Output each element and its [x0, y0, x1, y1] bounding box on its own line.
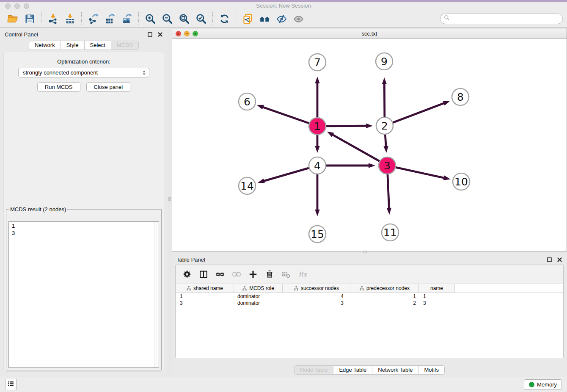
table-cell[interactable]: 3 [176, 300, 234, 306]
table-settings-button[interactable] [181, 268, 193, 281]
clone-network-button[interactable] [239, 11, 256, 26]
home-icon [259, 13, 270, 25]
close-table-panel-icon[interactable] [557, 257, 562, 262]
run-mcds-button[interactable]: Run MCDS [37, 82, 80, 92]
table-rows: 1dominator4113dominator323 [176, 293, 563, 358]
vertical-splitter-handle[interactable] [168, 197, 171, 201]
node-8[interactable]: 8 [452, 88, 469, 105]
home-button[interactable] [256, 11, 273, 26]
table-cell[interactable]: 1 [419, 293, 455, 300]
float-panel-icon[interactable] [147, 32, 153, 37]
tab-network-table[interactable]: Network Table [372, 365, 418, 375]
zoom-in-button[interactable] [142, 11, 159, 26]
edge-2-9[interactable] [382, 77, 387, 117]
refresh-icon [219, 13, 230, 25]
search-icon [443, 14, 450, 23]
search-input[interactable] [450, 16, 559, 22]
zoom-out-icon [162, 13, 173, 25]
zoom-selected-button[interactable] [193, 11, 209, 26]
tab-mcds[interactable]: MCDS [111, 41, 139, 50]
edge-3-11[interactable] [387, 174, 391, 215]
network-canvas[interactable]: 7968124314101511 [172, 39, 567, 251]
column-label: successor nodes [301, 285, 339, 291]
zoom-fit-button[interactable] [176, 11, 193, 26]
node-10[interactable]: 10 [453, 173, 470, 190]
node-3[interactable]: 3 [379, 157, 396, 174]
tab-node-table[interactable]: Node Table [294, 365, 334, 375]
table-cell[interactable]: 4 [283, 293, 350, 300]
delete-column-button[interactable] [263, 268, 276, 281]
table-cell[interactable]: dominator [234, 300, 283, 306]
table-cell[interactable]: 3 [283, 300, 350, 306]
node-1[interactable]: 1 [309, 118, 326, 135]
node-14[interactable]: 14 [239, 177, 256, 194]
close-panel-icon[interactable] [157, 32, 163, 37]
tab-motifs[interactable]: Motifs [418, 365, 445, 375]
network-close-button[interactable] [176, 31, 181, 36]
export-network-button[interactable] [85, 11, 102, 26]
zoom-out-button[interactable] [159, 11, 176, 26]
tab-select[interactable]: Select [85, 41, 111, 50]
tab-style[interactable]: Style [61, 41, 85, 50]
edge-1-2[interactable] [326, 124, 373, 128]
edge-3-10[interactable] [396, 167, 451, 180]
edge-4-14[interactable] [258, 168, 309, 183]
float-table-panel-icon[interactable] [547, 257, 552, 262]
import-table-button[interactable] [61, 11, 78, 26]
show-columns-button[interactable] [197, 268, 210, 281]
table-cell[interactable]: dominator [234, 293, 283, 300]
vertical-splitter[interactable] [168, 28, 172, 377]
column-header-shared-name[interactable]: shared name [176, 284, 234, 293]
toolbar-separator [41, 12, 41, 25]
memory-button[interactable]: Memory [524, 379, 562, 390]
save-icon [24, 13, 36, 25]
node-2[interactable]: 2 [376, 117, 393, 134]
network-zoom-button[interactable] [193, 31, 198, 36]
result-scrollbar[interactable] [154, 222, 159, 367]
edge-2-3[interactable] [383, 135, 388, 153]
tab-network[interactable]: Network [29, 41, 61, 50]
table-row[interactable]: 3dominator323 [176, 300, 563, 306]
column-header-successor-nodes[interactable]: successor nodes [283, 284, 350, 293]
table-cell[interactable]: 1 [350, 293, 419, 300]
save-session-button[interactable] [21, 11, 38, 26]
hide-panels-button[interactable] [273, 11, 290, 26]
column-header-name[interactable]: name [419, 284, 455, 293]
select-all-columns-button[interactable] [214, 268, 226, 281]
node-7[interactable]: 7 [309, 54, 326, 71]
add-column-button[interactable] [247, 268, 259, 281]
network-minimize-button[interactable] [184, 31, 190, 36]
deselect-all-columns-button[interactable] [230, 268, 243, 281]
export-table-button[interactable] [102, 11, 118, 26]
mcds-result-textarea[interactable]: 13 [8, 221, 159, 368]
node-9[interactable]: 9 [376, 53, 393, 70]
export-image-button[interactable] [118, 11, 135, 26]
table-column-headers: shared nameMCDS rolesuccessor nodesprede… [176, 284, 563, 293]
node-6[interactable]: 6 [239, 93, 256, 110]
close-panel-button[interactable]: Close panel [86, 82, 131, 92]
node-4[interactable]: 4 [309, 157, 326, 174]
optimization-criterion-select[interactable]: strongly connected component [18, 68, 149, 77]
eye-slash-icon [276, 13, 287, 25]
column-header-predecessor-nodes[interactable]: predecessor nodes [350, 284, 419, 293]
mcds-result-node: 3 [9, 229, 159, 237]
edge-1-7[interactable] [315, 77, 319, 117]
node-11[interactable]: 11 [382, 224, 399, 241]
column-header-MCDS-role[interactable]: MCDS role [234, 284, 283, 293]
import-network-button[interactable] [44, 11, 61, 26]
edge-1-4[interactable] [315, 135, 319, 153]
refresh-button[interactable] [216, 11, 233, 26]
open-session-button[interactable] [4, 11, 21, 26]
edge-1-6[interactable] [257, 105, 309, 123]
task-history-button[interactable] [5, 379, 17, 390]
edge-2-8[interactable] [393, 101, 450, 122]
table-cell[interactable]: 2 [350, 300, 419, 306]
table-row[interactable]: 1dominator411 [176, 293, 563, 300]
edge-3-1[interactable] [327, 132, 380, 161]
node-15[interactable]: 15 [309, 226, 326, 243]
table-cell[interactable]: 1 [176, 293, 234, 300]
tab-edge-table[interactable]: Edge Table [333, 365, 372, 375]
table-cell[interactable]: 3 [419, 300, 455, 306]
edge-4-15[interactable] [315, 174, 319, 216]
edge-4-3[interactable] [326, 163, 375, 168]
